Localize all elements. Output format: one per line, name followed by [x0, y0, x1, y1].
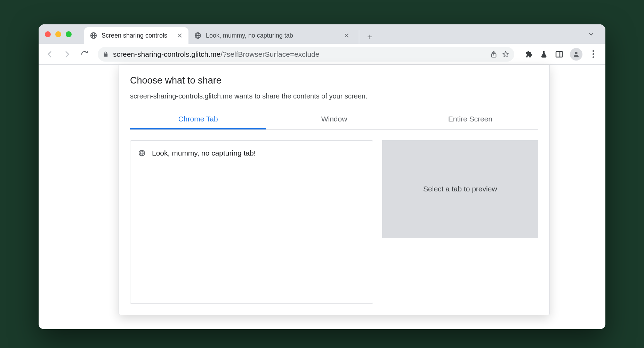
toolbar-actions — [521, 48, 601, 61]
shareable-tab-title: Look, mummy, no capturing tab! — [152, 149, 256, 157]
url-host: screen-sharing-controls.glitch.me — [113, 50, 220, 58]
bookmark-star-icon[interactable] — [502, 50, 509, 58]
svg-rect-1 — [556, 52, 562, 57]
new-tab-button[interactable] — [359, 30, 373, 44]
shareable-tab-item[interactable]: Look, mummy, no capturing tab! — [130, 146, 373, 160]
extensions-icon[interactable] — [524, 50, 533, 59]
browser-window: Screen sharing controls Look, mummy, no … — [39, 24, 605, 329]
shareable-tab-list: Look, mummy, no capturing tab! — [130, 140, 373, 304]
dialog-title: Choose what to share — [130, 75, 538, 86]
svg-point-2 — [575, 52, 577, 54]
dialog-subtitle: screen-sharing-controls.glitch.me wants … — [130, 92, 538, 100]
flask-icon[interactable] — [539, 50, 548, 59]
toolbar: screen-sharing-controls.glitch.me/?selfB… — [39, 44, 605, 65]
profile-avatar[interactable] — [570, 48, 582, 61]
url-path: /?selfBrowserSurface=exclude — [220, 50, 319, 58]
panel-icon[interactable] — [555, 50, 564, 59]
lock-icon — [103, 51, 109, 57]
globe-icon — [194, 32, 202, 39]
preview-pane: Select a tab to preview — [382, 140, 538, 304]
page-content: Choose what to share screen-sharing-cont… — [39, 65, 605, 329]
dialog-tabstrip: Chrome Tab Window Entire Screen — [130, 112, 538, 130]
window-close-button[interactable] — [45, 31, 51, 37]
browser-tab-active[interactable]: Screen sharing controls — [84, 27, 188, 44]
browser-tab-title: Look, mummy, no capturing tab — [206, 32, 339, 39]
globe-icon — [138, 149, 146, 157]
address-bar[interactable]: screen-sharing-controls.glitch.me/?selfB… — [98, 47, 514, 62]
browser-tab[interactable]: Look, mummy, no capturing tab — [188, 27, 355, 44]
forward-button[interactable] — [60, 47, 74, 61]
back-button[interactable] — [43, 47, 57, 61]
screen-share-dialog: Choose what to share screen-sharing-cont… — [119, 65, 550, 315]
preview-placeholder: Select a tab to preview — [382, 140, 538, 238]
kebab-icon — [593, 50, 594, 58]
close-icon[interactable] — [177, 32, 183, 39]
browser-tab-title: Screen sharing controls — [102, 32, 172, 39]
url-text: screen-sharing-controls.glitch.me/?selfB… — [113, 50, 486, 58]
tab-bar: Screen sharing controls Look, mummy, no … — [39, 24, 605, 44]
window-maximize-button[interactable] — [66, 31, 72, 37]
dialog-tab-chrome-tab[interactable]: Chrome Tab — [130, 112, 266, 129]
menu-button[interactable] — [589, 50, 598, 59]
close-icon[interactable] — [344, 32, 350, 39]
globe-icon — [90, 32, 97, 39]
reload-button[interactable] — [78, 47, 91, 61]
window-minimize-button[interactable] — [55, 31, 61, 37]
dialog-body: Look, mummy, no capturing tab! Select a … — [130, 140, 538, 304]
browser-tabs: Screen sharing controls Look, mummy, no … — [84, 24, 373, 44]
dialog-tab-window[interactable]: Window — [266, 112, 402, 129]
window-controls — [45, 31, 72, 37]
tab-search-button[interactable] — [587, 30, 599, 38]
share-icon[interactable] — [490, 50, 498, 58]
dialog-tab-entire-screen[interactable]: Entire Screen — [402, 112, 538, 129]
